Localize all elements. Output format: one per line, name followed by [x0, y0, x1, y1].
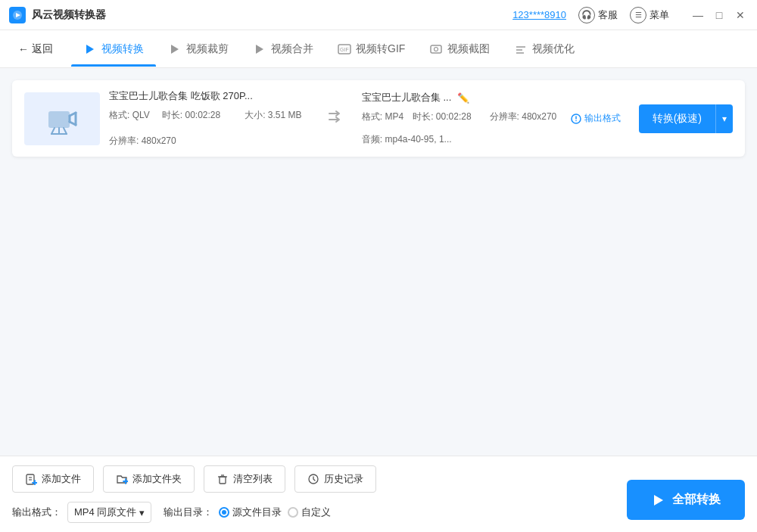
- play-icon: [83, 42, 97, 56]
- custom-dir-radio[interactable]: [288, 507, 298, 518]
- app-title: 风云视频转换器: [32, 8, 512, 22]
- dropdown-arrow-icon: ▾: [139, 507, 145, 518]
- convert-button-wrap: 转换(极速) ▾: [639, 104, 733, 133]
- add-file-button[interactable]: 添加文件: [12, 465, 94, 493]
- file-name-left: 宝宝巴士儿歌合集 吃饭歌 270P...: [109, 89, 309, 103]
- output-format-row: 输出格式： MP4 同原文件 ▾: [12, 502, 151, 523]
- back-button[interactable]: ← 返回: [12, 39, 59, 59]
- source-dir-option[interactable]: 源文件目录: [219, 506, 282, 519]
- file-item: 宝宝巴士儿歌合集 吃饭歌 270P... 格式: QLV 时长: 00:02:2…: [12, 80, 745, 157]
- minimize-button[interactable]: —: [690, 8, 706, 23]
- file-meta-left: 格式: QLV 时长: 00:02:28 大小: 3.51 MB 分辨率: 48…: [109, 109, 309, 148]
- merge-play-icon: [253, 42, 266, 56]
- full-convert-button[interactable]: 全部转换: [627, 480, 745, 520]
- bottombar: 添加文件 添加文件夹 清空列表 历史记录: [0, 456, 757, 532]
- file-info-right: 宝宝巴士儿歌合集 ... ✏️ 格式: MP4 时长: 00:02:28 分辨率…: [362, 91, 562, 146]
- close-button[interactable]: ✕: [733, 8, 748, 23]
- svg-marker-35: [654, 495, 663, 506]
- tab-video-gif[interactable]: GIF 视频转GIF: [326, 32, 417, 67]
- svg-line-17: [51, 128, 55, 134]
- svg-rect-31: [220, 477, 226, 484]
- trash-icon: [217, 473, 229, 485]
- convert-button[interactable]: 转换(极速): [639, 104, 715, 133]
- screenshot-icon: [429, 42, 443, 56]
- add-folder-button[interactable]: 添加文件夹: [103, 465, 195, 493]
- gif-icon: GIF: [338, 42, 351, 56]
- clear-list-button[interactable]: 清空列表: [204, 465, 285, 493]
- titlebar-right: 123****8910 🎧 客服 ☰ 菜单 — □ ✕: [512, 7, 748, 23]
- duration-right: 时长: 00:02:28: [413, 110, 471, 124]
- output-format-select[interactable]: MP4 同原文件 ▾: [67, 502, 151, 523]
- svg-point-8: [435, 47, 438, 51]
- resolution-right: 分辨率: 480x270: [490, 110, 557, 124]
- headphone-icon: 🎧: [578, 7, 595, 23]
- svg-marker-4: [256, 45, 263, 54]
- cut-play-icon: [168, 42, 182, 56]
- tab-video-screenshot[interactable]: 视频截图: [417, 32, 502, 67]
- titlebar: 风云视频转换器 123****8910 🎧 客服 ☰ 菜单 — □ ✕: [0, 0, 757, 30]
- output-dir-label: 输出目录：: [164, 506, 213, 519]
- file-thumbnail: [24, 92, 100, 145]
- shuffle-icon[interactable]: [327, 108, 344, 129]
- history-button[interactable]: 历史记录: [294, 465, 376, 493]
- history-icon: [307, 473, 319, 485]
- restore-button[interactable]: □: [712, 8, 727, 23]
- file-info-left: 宝宝巴士儿歌合集 吃饭歌 270P... 格式: QLV 时长: 00:02:2…: [109, 89, 309, 148]
- size-left: 大小: 3.51 MB: [245, 109, 301, 123]
- svg-line-19: [64, 128, 67, 134]
- custom-dir-option[interactable]: 自定义: [288, 506, 331, 519]
- resolution-left: 分辨率: 480x270: [109, 135, 176, 148]
- output-format-link[interactable]: 输出格式: [571, 112, 621, 125]
- main-content: 宝宝巴士儿歌合集 吃饭歌 270P... 格式: QLV 时长: 00:02:2…: [0, 68, 757, 456]
- output-format-label: 输出格式：: [12, 506, 61, 519]
- edit-icon[interactable]: ✏️: [457, 92, 469, 104]
- tab-video-merge[interactable]: 视频合并: [241, 32, 326, 67]
- full-convert-play-icon: [651, 493, 666, 508]
- account-link[interactable]: 123****8910: [512, 9, 566, 20]
- optimize-icon: [514, 42, 528, 56]
- svg-marker-3: [171, 45, 179, 54]
- output-dir-row: 输出目录： 源文件目录 自定义: [164, 506, 331, 519]
- svg-point-23: [575, 120, 577, 121]
- svg-marker-2: [86, 45, 94, 54]
- back-arrow-icon: ←: [18, 43, 29, 55]
- file-name-right: 宝宝巴士儿歌合集 ...: [362, 91, 451, 104]
- svg-rect-12: [48, 111, 70, 128]
- audio-right: 音频: mp4a-40-95, 1...: [362, 133, 452, 146]
- convert-dropdown-button[interactable]: ▾: [715, 104, 733, 133]
- file-name-right-row: 宝宝巴士儿歌合集 ... ✏️: [362, 91, 562, 104]
- app-logo: [9, 7, 26, 23]
- menu-icon: ☰: [630, 7, 646, 23]
- tab-video-convert[interactable]: 视频转换: [71, 32, 156, 67]
- svg-rect-7: [431, 45, 441, 53]
- tab-video-cut[interactable]: 视频裁剪: [156, 32, 241, 67]
- menu-button[interactable]: ☰ 菜单: [630, 7, 669, 23]
- tab-video-optimize[interactable]: 视频优化: [502, 32, 587, 67]
- add-file-icon: [25, 473, 37, 485]
- file-meta-right: 格式: MP4 时长: 00:02:28 分辨率: 480x270 音频: mp…: [362, 110, 562, 146]
- navbar: ← 返回 视频转换 视频裁剪 视频合并 GIF 视频转GIF 视频截图: [0, 30, 757, 68]
- window-controls: — □ ✕: [690, 8, 748, 23]
- svg-text:GIF: GIF: [340, 47, 349, 52]
- service-button[interactable]: 🎧 客服: [578, 7, 618, 23]
- format-left: 格式: QLV: [109, 109, 150, 123]
- source-dir-radio[interactable]: [219, 507, 229, 518]
- duration-left: 时长: 00:02:28: [162, 109, 220, 123]
- format-right: 格式: MP4: [362, 110, 403, 124]
- add-folder-icon: [116, 473, 128, 485]
